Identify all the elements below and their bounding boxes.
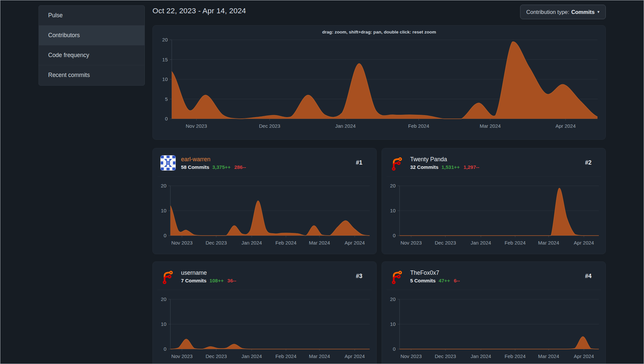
contributor-stats: 7 Commits 108++ 36-- xyxy=(181,278,356,283)
svg-text:0: 0 xyxy=(165,116,168,121)
contributor-name: TheFox0x7 xyxy=(410,269,439,276)
svg-text:Mar 2024: Mar 2024 xyxy=(538,353,559,359)
svg-text:5: 5 xyxy=(165,96,168,102)
contributor-chart[interactable]: 01020Nov 2023Dec 2023Jan 2024Feb 2024Mar… xyxy=(387,297,601,362)
contributor-card-header: earl-warren 58 Commits 3,375++ 286-- #1 xyxy=(157,148,372,177)
svg-text:Nov 2023: Nov 2023 xyxy=(401,240,422,246)
svg-text:Mar 2024: Mar 2024 xyxy=(480,123,501,129)
svg-text:10: 10 xyxy=(390,321,396,327)
contributor-name-link[interactable]: earl-warren xyxy=(181,156,211,163)
contributor-card: Twenty Panda 32 Commits 1,531++ 1,297-- … xyxy=(382,148,606,254)
sidebar-item-contributors[interactable]: Contributors xyxy=(39,26,144,45)
svg-text:Jan 2024: Jan 2024 xyxy=(471,353,491,359)
svg-text:Apr 2024: Apr 2024 xyxy=(345,353,365,359)
svg-text:Apr 2024: Apr 2024 xyxy=(574,240,594,246)
contributor-chart[interactable]: 01020Nov 2023Dec 2023Jan 2024Feb 2024Mar… xyxy=(157,184,372,249)
contributor-rank: #4 xyxy=(585,273,592,280)
overall-contributions-card: drag: zoom, shift+drag: pan, double clic… xyxy=(152,25,606,140)
additions-count: 47++ xyxy=(439,278,450,283)
contributor-name: Twenty Panda xyxy=(410,156,447,163)
contributor-chart[interactable]: 01020Nov 2023Dec 2023Jan 2024Feb 2024Mar… xyxy=(387,184,601,249)
additions-count: 108++ xyxy=(210,278,224,283)
svg-text:Nov 2023: Nov 2023 xyxy=(171,353,193,359)
sidebar-item-pulse[interactable]: Pulse xyxy=(39,6,144,26)
contributor-rank: #2 xyxy=(585,159,592,166)
svg-text:10: 10 xyxy=(161,321,166,327)
sidebar-menu: Pulse Contributors Code frequency Recent… xyxy=(39,5,145,86)
svg-text:20: 20 xyxy=(161,184,166,188)
svg-text:20: 20 xyxy=(390,297,396,302)
chevron-down-icon: ▾ xyxy=(597,9,599,14)
svg-text:Dec 2023: Dec 2023 xyxy=(435,353,456,359)
overall-contributions-chart[interactable]: 05101520Nov 2023Dec 2023Jan 2024Feb 2024… xyxy=(161,38,598,132)
contributor-card-header: TheFox0x7 5 Commits 47++ 6-- #4 xyxy=(387,262,601,290)
main-content: Oct 22, 2023 - Apr 14, 2024 Contribution… xyxy=(152,5,606,364)
svg-text:Feb 2024: Feb 2024 xyxy=(275,240,296,246)
svg-text:20: 20 xyxy=(390,184,396,188)
svg-text:15: 15 xyxy=(162,57,168,62)
contributor-card: TheFox0x7 5 Commits 47++ 6-- #4 01020Nov… xyxy=(382,261,606,364)
contributor-card-header: Twenty Panda 32 Commits 1,531++ 1,297-- … xyxy=(387,148,601,177)
contributor-identity: earl-warren 58 Commits 3,375++ 286-- xyxy=(181,156,356,170)
contribution-type-label: Contribution type: xyxy=(526,9,569,15)
contributor-identity: username 7 Commits 108++ 36-- xyxy=(181,269,356,283)
contributor-stats: 32 Commits 1,531++ 1,297-- xyxy=(410,164,585,170)
deletions-count: 1,297-- xyxy=(463,164,479,170)
svg-text:0: 0 xyxy=(164,233,166,238)
svg-text:Mar 2024: Mar 2024 xyxy=(309,240,330,246)
svg-text:Dec 2023: Dec 2023 xyxy=(206,353,227,359)
svg-text:Jan 2024: Jan 2024 xyxy=(471,240,491,246)
contributor-identity: TheFox0x7 5 Commits 47++ 6-- xyxy=(410,269,585,283)
content-header: Oct 22, 2023 - Apr 14, 2024 Contribution… xyxy=(152,5,606,25)
svg-text:Nov 2023: Nov 2023 xyxy=(171,240,193,246)
forgejo-logo-avatar xyxy=(160,269,176,284)
contributor-card: earl-warren 58 Commits 3,375++ 286-- #1 … xyxy=(152,148,377,254)
contribution-type-dropdown[interactable]: Contribution type: Commits ▾ xyxy=(520,5,606,19)
sidebar-item-code-frequency[interactable]: Code frequency xyxy=(39,45,144,65)
svg-text:10: 10 xyxy=(162,76,168,82)
contributor-chart[interactable]: 01020Nov 2023Dec 2023Jan 2024Feb 2024Mar… xyxy=(157,297,372,362)
commit-count: 32 Commits xyxy=(410,164,438,170)
svg-text:Nov 2023: Nov 2023 xyxy=(401,353,422,359)
svg-text:Mar 2024: Mar 2024 xyxy=(538,240,559,246)
deletions-count: 36-- xyxy=(228,278,236,283)
svg-text:Jan 2024: Jan 2024 xyxy=(335,123,356,129)
additions-count: 1,531++ xyxy=(441,164,460,170)
svg-text:Feb 2024: Feb 2024 xyxy=(275,353,296,359)
contributor-name: username xyxy=(181,269,207,276)
svg-text:Nov 2023: Nov 2023 xyxy=(186,123,207,129)
svg-text:Dec 2023: Dec 2023 xyxy=(435,240,456,246)
svg-text:Apr 2024: Apr 2024 xyxy=(345,240,365,246)
commit-count: 58 Commits xyxy=(181,164,209,170)
svg-text:Apr 2024: Apr 2024 xyxy=(555,123,576,129)
contributor-cards-grid: earl-warren 58 Commits 3,375++ 286-- #1 … xyxy=(152,148,606,364)
svg-text:Feb 2024: Feb 2024 xyxy=(505,240,525,246)
svg-text:Feb 2024: Feb 2024 xyxy=(505,353,525,359)
contributors-page: Pulse Contributors Code frequency Recent… xyxy=(0,0,644,364)
svg-text:Apr 2024: Apr 2024 xyxy=(574,353,594,359)
deletions-count: 6-- xyxy=(454,278,460,283)
svg-text:20: 20 xyxy=(162,38,168,42)
date-range-title: Oct 22, 2023 - Apr 14, 2024 xyxy=(152,5,246,15)
contribution-type-value: Commits xyxy=(571,9,595,15)
contributor-identity: Twenty Panda 32 Commits 1,531++ 1,297-- xyxy=(410,156,585,170)
commit-count: 7 Commits xyxy=(181,278,207,283)
svg-text:0: 0 xyxy=(393,346,396,352)
contributor-card: username 7 Commits 108++ 36-- #3 01020No… xyxy=(152,261,377,364)
svg-text:Mar 2024: Mar 2024 xyxy=(309,353,330,359)
contributor-stats: 58 Commits 3,375++ 286-- xyxy=(181,164,356,170)
svg-text:Jan 2024: Jan 2024 xyxy=(241,353,262,359)
commit-count: 5 Commits xyxy=(410,278,436,283)
svg-text:Dec 2023: Dec 2023 xyxy=(206,240,227,246)
svg-text:Dec 2023: Dec 2023 xyxy=(259,123,280,129)
forgejo-logo-avatar xyxy=(390,155,405,171)
chart-zoom-hint: drag: zoom, shift+drag: pan, double clic… xyxy=(161,30,598,35)
contributor-rank: #1 xyxy=(356,159,362,166)
svg-text:20: 20 xyxy=(161,297,166,302)
svg-text:0: 0 xyxy=(393,233,396,238)
svg-text:10: 10 xyxy=(390,208,396,213)
additions-count: 3,375++ xyxy=(212,164,230,170)
svg-text:Jan 2024: Jan 2024 xyxy=(241,240,262,246)
contributor-rank: #3 xyxy=(356,273,362,280)
sidebar-item-recent-commits[interactable]: Recent commits xyxy=(39,65,144,85)
